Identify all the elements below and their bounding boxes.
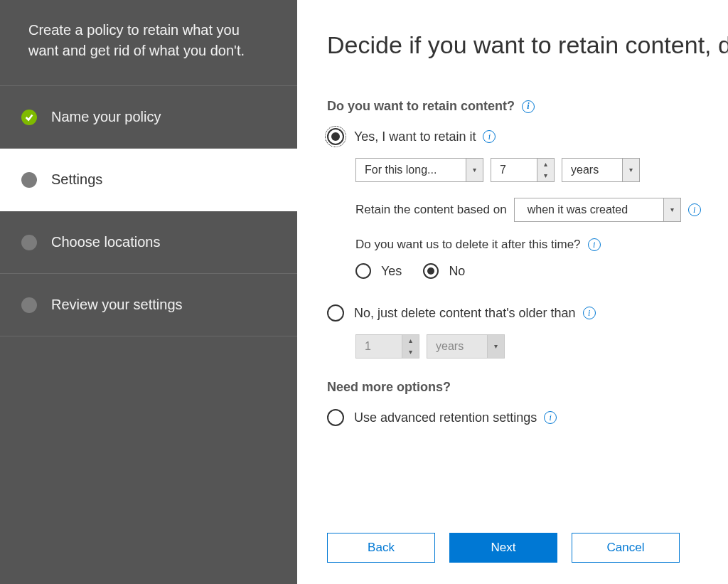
delete-duration-input: 1 ▴▾	[355, 334, 419, 359]
radio-delete-yes[interactable]	[355, 263, 371, 279]
step-dot-icon	[21, 297, 37, 313]
spinner-buttons[interactable]: ▴▾	[537, 159, 554, 181]
step-review-settings[interactable]: Review your settings	[0, 274, 297, 336]
retain-unit-select[interactable]: years ▾	[562, 158, 640, 182]
back-button[interactable]: Back	[327, 533, 435, 563]
retain-question: Do you want to retain content? i	[327, 99, 728, 114]
chevron-down-icon: ▾	[622, 159, 639, 181]
info-icon[interactable]: i	[688, 203, 701, 216]
cancel-button[interactable]: Cancel	[572, 533, 680, 563]
delete-question: Do you want us to delete it after this t…	[355, 238, 728, 252]
step-label: Choose locations	[51, 234, 160, 250]
step-name-your-policy[interactable]: Name your policy	[0, 86, 297, 149]
radio-delete-only[interactable]	[327, 304, 344, 322]
step-label: Review your settings	[51, 297, 183, 313]
step-label: Name your policy	[51, 109, 161, 125]
info-icon[interactable]: i	[483, 130, 496, 143]
retain-config: For this long... ▾ 7 ▴▾ years ▾ Retain t…	[355, 158, 728, 285]
more-options-label: Need more options?	[327, 380, 728, 395]
chevron-down-icon: ▾	[487, 335, 504, 358]
info-icon[interactable]: i	[522, 100, 535, 113]
based-on-select[interactable]: when it was created ▾	[514, 198, 681, 222]
info-icon[interactable]: i	[544, 411, 557, 424]
radio-delete-only-label: No, just delete content that's older tha…	[354, 306, 596, 321]
radio-advanced[interactable]	[327, 409, 344, 426]
retain-mode-select[interactable]: For this long... ▾	[355, 158, 483, 182]
retain-duration-input[interactable]: 7 ▴▾	[491, 158, 555, 182]
info-icon[interactable]: i	[588, 238, 601, 251]
based-on-label: Retain the content based on	[355, 203, 507, 217]
radio-advanced-label: Use advanced retention settings i	[354, 410, 557, 425]
chevron-down-icon: ▾	[663, 198, 680, 221]
step-choose-locations[interactable]: Choose locations	[0, 211, 297, 274]
delete-only-config: 1 ▴▾ years ▾	[355, 334, 728, 359]
option-advanced-row: Use advanced retention settings i	[327, 409, 728, 426]
wizard-sidebar: Create a policy to retain what you want …	[0, 0, 297, 584]
radio-retain-label: Yes, I want to retain it i	[354, 129, 496, 144]
page-title: Decide if you want to retain content, d	[327, 31, 728, 59]
delete-yes-row: Yes	[355, 263, 402, 279]
option-delete-only-row: No, just delete content that's older tha…	[327, 304, 728, 322]
next-button[interactable]: Next	[449, 533, 557, 563]
delete-no-row: No	[423, 263, 465, 279]
spinner-buttons: ▴▾	[402, 335, 419, 358]
radio-retain[interactable]	[327, 128, 344, 145]
radio-delete-no[interactable]	[423, 263, 439, 279]
info-icon[interactable]: i	[583, 307, 596, 319]
sidebar-description: Create a policy to retain what you want …	[0, 0, 297, 86]
step-dot-icon	[21, 172, 37, 188]
chevron-down-icon: ▾	[466, 159, 483, 181]
main-panel: Decide if you want to retain content, d …	[297, 0, 728, 584]
check-icon	[21, 110, 37, 125]
option-retain-row: Yes, I want to retain it i	[327, 128, 728, 145]
step-dot-icon	[21, 235, 37, 250]
step-settings[interactable]: Settings	[0, 149, 297, 211]
step-label: Settings	[51, 171, 102, 188]
wizard-footer: Back Next Cancel	[327, 533, 680, 563]
delete-unit-select: years ▾	[427, 334, 505, 359]
